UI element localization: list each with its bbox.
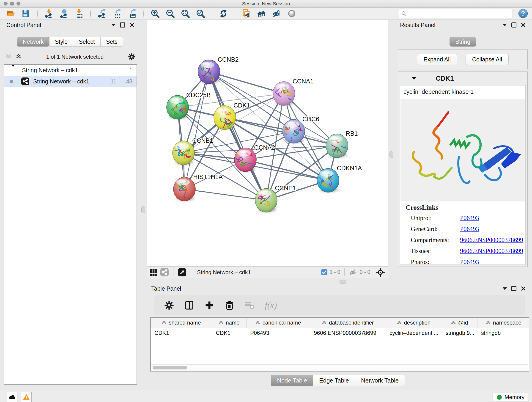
save-session-icon[interactable] (21, 9, 31, 18)
clone-network-icon[interactable] (241, 9, 251, 18)
table-options-gear-icon[interactable] (164, 300, 174, 310)
help-icon[interactable]: ? (518, 9, 528, 18)
close-panel-icon[interactable] (521, 23, 526, 27)
import-network-from-file-icon[interactable] (44, 9, 54, 18)
network-edge-CCNB2-CCNA1[interactable] (209, 72, 284, 94)
warning-button[interactable] (21, 392, 32, 402)
gene-section-header[interactable]: CDK1 (398, 72, 527, 85)
tab-node-table[interactable]: Node Table (271, 375, 313, 386)
network-collection-row[interactable]: String Network – cdk1 1 (4, 65, 137, 76)
expand-all-icon[interactable] (15, 54, 22, 60)
current-network-bullet (10, 80, 13, 83)
splitter-handle[interactable] (389, 151, 393, 158)
memory-button[interactable]: Memory (493, 393, 529, 402)
column-header-database-identifier[interactable]: database identifier (310, 318, 386, 328)
column-header-description[interactable]: description (386, 318, 442, 328)
network-view-canvas[interactable]: CCNB2CCNA1CDC25BCDK1CDC6RB1CCNB1CCNA2CDK… (147, 20, 388, 266)
collapse-all-button[interactable]: Collapse All (466, 54, 509, 65)
add-column-icon[interactable] (204, 300, 215, 310)
tab-style[interactable]: Style (49, 37, 74, 46)
network-row-selected[interactable]: String Network – cdk1 11 48 (4, 76, 137, 87)
table-cell[interactable]: P06493 (247, 330, 310, 336)
collapse-section-icon[interactable] (412, 77, 416, 80)
show-columns-icon[interactable] (184, 300, 194, 310)
import-table-icon[interactable] (74, 9, 84, 18)
selected-items-checkbox[interactable] (321, 269, 327, 275)
column-header-@id[interactable]: @id (442, 318, 477, 328)
splitter-handle[interactable] (141, 206, 145, 213)
scrollbar-thumb[interactable] (152, 366, 187, 370)
crosslink-link[interactable]: 9606.ENSP00000378699 (460, 248, 523, 255)
table-cell[interactable]: stringdb:9... (442, 330, 477, 336)
network-graph[interactable]: CCNB2CCNA1CDC25BCDK1CDC6RB1CCNB1CCNA2CDK… (147, 20, 388, 266)
search-input[interactable] (409, 10, 510, 17)
zoom-out-icon[interactable] (165, 9, 175, 18)
panel-menu-icon[interactable] (503, 24, 507, 26)
hidden-items-eye-icon (349, 269, 357, 276)
splitter-handle[interactable] (340, 280, 346, 284)
zoom-fit-icon[interactable] (181, 9, 190, 18)
export-image-icon[interactable] (127, 9, 137, 18)
expand-all-button[interactable]: Expand All (417, 54, 457, 65)
network-edge-CCNB2-CCNE1[interactable] (209, 72, 266, 200)
network-node-CDC25B[interactable]: CDC25B (167, 92, 211, 119)
collapse-triangle-icon[interactable] (11, 67, 15, 74)
tab-string[interactable]: String (450, 37, 476, 46)
network-node-RB1[interactable]: RB1 (326, 130, 358, 159)
open-file-icon[interactable] (6, 9, 16, 18)
crosslink-link[interactable]: P06493 (460, 225, 479, 233)
houses-icon[interactable] (257, 9, 266, 18)
hide-graphics-details-icon[interactable] (272, 9, 281, 18)
export-table-icon[interactable] (112, 9, 122, 18)
tab-sets[interactable]: Sets (100, 37, 123, 46)
eye-icon[interactable] (287, 9, 297, 18)
table-cell[interactable]: CDK1 (212, 330, 247, 336)
tab-network-table[interactable]: Network Table (355, 375, 405, 386)
tab-edge-table[interactable]: Edge Table (313, 375, 355, 386)
network-node-HIST1H1A[interactable]: HIST1H1A (173, 173, 223, 201)
network-edge-HIST1H1A-CCNE1[interactable] (184, 189, 266, 200)
float-panel-icon[interactable] (120, 22, 125, 27)
table-row[interactable]: CDK1CDK1P064939606.ENSP00000378699cyclin… (151, 328, 529, 338)
network-node-CCNB1[interactable]: CCNB1 (172, 137, 213, 165)
zoom-selected-icon[interactable] (196, 9, 205, 18)
float-panel-icon[interactable] (511, 22, 516, 27)
delete-column-icon[interactable] (225, 300, 234, 310)
import-network-from-database-icon[interactable] (59, 9, 69, 18)
network-node-CDKN1A[interactable]: CDKN1A (317, 165, 362, 192)
network-node-CCNA1[interactable]: CCNA1 (273, 78, 314, 105)
column-header-shared-name[interactable]: shared name (151, 318, 212, 328)
network-node-CCNB2[interactable]: CCNB2 (196, 56, 239, 84)
close-panel-icon[interactable] (521, 286, 526, 291)
panel-menu-icon[interactable] (111, 24, 115, 26)
open-in-new-window-icon[interactable] (178, 268, 186, 276)
crosslink-link[interactable]: P06493 (460, 259, 479, 265)
network-options-gear-icon[interactable] (128, 53, 136, 61)
export-network-icon[interactable] (97, 9, 107, 18)
table-cell[interactable]: stringdb (477, 330, 529, 336)
float-panel-icon[interactable] (511, 286, 516, 291)
column-header-canonical-name[interactable]: canonical name (247, 318, 310, 328)
close-panel-icon[interactable] (130, 23, 134, 27)
zoom-in-icon[interactable] (150, 9, 160, 18)
tab-select[interactable]: Select (73, 37, 100, 46)
crosslink-link[interactable]: P06493 (460, 215, 479, 222)
network-edge-CCNB2-HIST1H1A[interactable] (184, 72, 209, 189)
search-box[interactable] (398, 9, 513, 18)
fit-selected-crosshair-icon[interactable] (376, 268, 385, 277)
network-view-share-icon[interactable] (160, 268, 169, 276)
tab-network[interactable]: Network (17, 37, 50, 46)
collapse-all-icon[interactable] (5, 54, 12, 60)
cloud-button[interactable] (7, 392, 17, 402)
network-node-CDC6[interactable]: CDC6 (282, 116, 319, 152)
table-cell[interactable]: cyclin–dependent ... (386, 330, 442, 336)
refresh-icon[interactable] (219, 9, 228, 18)
table-cell[interactable]: 9606.ENSP00000378699 (310, 330, 386, 336)
horizontal-scrollbar[interactable] (151, 364, 528, 370)
column-header-namespace[interactable]: namespace (477, 318, 529, 328)
crosslink-link[interactable]: 9606.ENSP00000378699 (460, 236, 523, 244)
table-cell[interactable]: CDK1 (151, 330, 212, 336)
column-header-name[interactable]: name (212, 318, 247, 328)
grid-view-icon[interactable] (149, 268, 158, 276)
panel-menu-icon[interactable] (503, 287, 507, 290)
